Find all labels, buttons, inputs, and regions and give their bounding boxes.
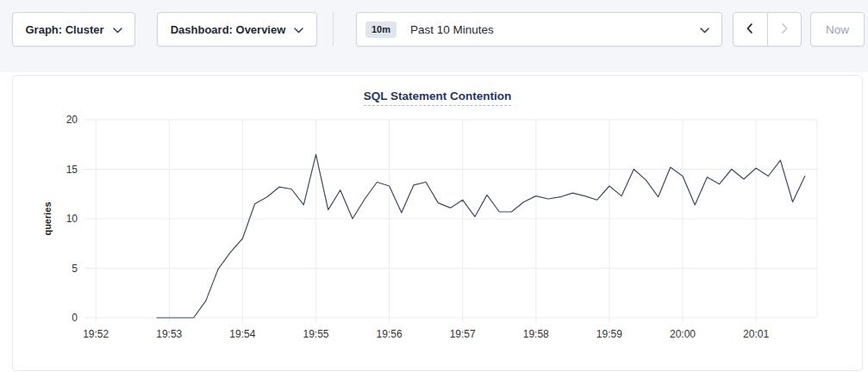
x-tick-label: 19:59 [596,328,622,340]
dashboard-dropdown-label: Dashboard: Overview [171,23,286,36]
series-line [157,154,805,318]
now-button-label: Now [826,23,849,36]
x-tick-label: 19:56 [377,328,403,340]
x-tick-label: 19:55 [303,328,328,340]
toolbar-divider [333,12,334,46]
now-button[interactable]: Now [810,12,865,46]
y-tick-label: 10 [66,213,78,225]
chevron-right-icon [777,21,792,39]
y-tick-label: 5 [72,263,78,275]
chevron-left-icon [742,21,758,39]
x-tick-label: 19:52 [83,328,109,340]
y-tick-label: 15 [66,164,78,176]
x-tick-label: 19:57 [450,328,476,340]
time-range-selector[interactable]: 10m Past 10 Minutes [356,12,722,46]
chevron-down-icon [113,23,122,36]
x-tick-label: 20:00 [670,328,696,340]
time-window-label: Past 10 Minutes [410,23,700,36]
step-back-button[interactable] [734,13,767,46]
dashboard-dropdown[interactable]: Dashboard: Overview [157,12,317,46]
x-tick-label: 20:01 [743,328,769,340]
chevron-down-icon [700,22,709,37]
y-tick-label: 0 [72,312,78,324]
contention-line-chart: 0510152019:5219:5319:5419:5519:5619:5719… [13,76,862,370]
x-tick-label: 19:58 [523,328,549,340]
y-axis-title: queries [42,202,53,235]
time-window-badge: 10m [365,22,397,38]
y-tick-label: 20 [66,114,78,126]
time-step-buttons [733,12,802,46]
graph-dropdown[interactable]: Graph: Cluster [12,12,135,46]
toolbar: Graph: Cluster Dashboard: Overview 10m P… [0,0,868,72]
x-tick-label: 19:54 [229,328,255,340]
x-tick-label: 19:53 [156,328,182,340]
chevron-down-icon [294,23,303,36]
chart-card: SQL Statement Contention 0510152019:5219… [12,75,863,371]
step-forward-button[interactable] [767,13,801,46]
graph-dropdown-label: Graph: Cluster [25,23,103,36]
